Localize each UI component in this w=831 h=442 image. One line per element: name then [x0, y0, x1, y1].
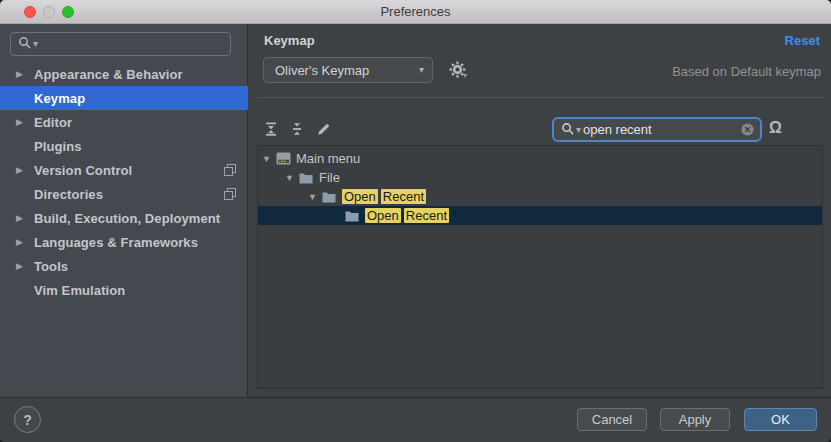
- apply-button[interactable]: Apply: [660, 408, 730, 431]
- traffic-lights: [24, 6, 74, 18]
- sidebar-item-editor[interactable]: ▶Editor: [0, 110, 248, 134]
- chevron-right-icon[interactable]: ▶: [16, 261, 34, 271]
- sidebar-item-tools[interactable]: ▶Tools: [0, 254, 248, 278]
- main-menu-icon: [276, 152, 292, 165]
- keymap-tree: ▼Main menu▼File▼OpenRecentOpenRecent: [257, 145, 823, 389]
- folder-icon: [322, 191, 338, 203]
- tree-row-open-recent[interactable]: OpenRecent: [258, 206, 822, 225]
- sidebar-item-label: Version Control: [34, 163, 224, 178]
- tree-row-main-menu[interactable]: ▼Main menu: [258, 149, 822, 168]
- search-icon: [18, 36, 31, 52]
- chevron-right-icon[interactable]: ▶: [16, 213, 34, 223]
- dialog-footer: ? Cancel Apply OK: [0, 397, 831, 442]
- window-title: Preferences: [380, 4, 450, 19]
- search-options-caret-icon[interactable]: ▾: [576, 125, 581, 135]
- collapse-all-button[interactable]: [288, 120, 306, 138]
- based-on-label: Based on Default keymap: [672, 64, 821, 79]
- reset-link[interactable]: Reset: [785, 33, 820, 48]
- gear-caret-icon: ▾: [463, 71, 467, 80]
- folder-icon: [299, 172, 315, 184]
- header-separator: [258, 97, 824, 98]
- sidebar-item-version-control[interactable]: ▶Version Control: [0, 158, 248, 182]
- sidebar-item-languages-frameworks[interactable]: ▶Languages & Frameworks: [0, 230, 248, 254]
- close-window-button[interactable]: [24, 6, 36, 18]
- sidebar-item-label: Languages & Frameworks: [34, 235, 248, 250]
- minimize-window-button[interactable]: [43, 6, 55, 18]
- keymap-settings-panel: Keymap Reset Oliver's Keymap ▾ ▾ Based o…: [249, 24, 831, 397]
- tree-row-label: File: [319, 170, 340, 185]
- expand-all-button[interactable]: [262, 120, 280, 138]
- expand-all-icon: [263, 121, 279, 137]
- sidebar-item-vim-emulation[interactable]: Vim Emulation: [0, 278, 248, 302]
- help-button[interactable]: ?: [14, 406, 41, 433]
- clear-search-icon[interactable]: [740, 122, 755, 137]
- sidebar-item-label: Editor: [34, 115, 248, 130]
- sidebar-item-build-execution-deployment[interactable]: ▶Build, Execution, Deployment: [0, 206, 248, 230]
- chevron-right-icon[interactable]: ▶: [16, 237, 34, 247]
- sidebar-item-keymap[interactable]: Keymap: [0, 86, 248, 110]
- sidebar-item-label: Tools: [34, 259, 248, 274]
- sidebar-item-label: Appearance & Behavior: [34, 67, 248, 82]
- pencil-icon: [316, 122, 331, 137]
- sidebar-item-label: Keymap: [34, 91, 248, 106]
- page-title: Keymap: [264, 33, 315, 48]
- sidebar-item-label: Vim Emulation: [34, 283, 248, 298]
- per-project-settings-icon: [224, 188, 236, 200]
- search-icon: [561, 122, 574, 138]
- search-match-highlight: Recent: [404, 208, 449, 223]
- chevron-down-icon: ▾: [419, 65, 424, 75]
- keymap-dropdown[interactable]: Oliver's Keymap ▾: [263, 57, 433, 83]
- sidebar-item-label: Build, Execution, Deployment: [34, 211, 248, 226]
- ok-button[interactable]: OK: [744, 408, 817, 431]
- keymap-search-input[interactable]: [583, 122, 738, 137]
- preferences-window: Preferences ▾ ▶Appearance & BehaviorKeym…: [0, 0, 831, 442]
- settings-sidebar: ▾ ▶Appearance & BehaviorKeymap▶EditorPlu…: [0, 24, 248, 397]
- sidebar-item-appearance-behavior[interactable]: ▶Appearance & Behavior: [0, 62, 248, 86]
- sidebar-search-field[interactable]: ▾: [10, 32, 231, 56]
- folder-icon: [345, 210, 361, 222]
- chevron-right-icon[interactable]: ▶: [16, 165, 34, 175]
- tree-row-open-recent[interactable]: ▼OpenRecent: [258, 187, 822, 206]
- sidebar-item-directories[interactable]: Directories: [0, 182, 248, 206]
- keymap-search-field[interactable]: ▾: [552, 117, 762, 142]
- edit-shortcut-button[interactable]: [314, 120, 332, 138]
- collapse-all-icon: [289, 121, 305, 137]
- keymap-dropdown-value: Oliver's Keymap: [275, 63, 419, 78]
- search-match-highlight: Open: [365, 208, 401, 223]
- titlebar[interactable]: Preferences: [0, 0, 831, 24]
- search-match-highlight: Recent: [381, 189, 426, 204]
- per-project-settings-icon: [224, 164, 236, 176]
- chevron-right-icon[interactable]: ▶: [16, 117, 34, 127]
- search-options-caret-icon[interactable]: ▾: [33, 39, 38, 49]
- sidebar-item-plugins[interactable]: Plugins: [0, 134, 248, 158]
- chevron-down-icon[interactable]: ▼: [285, 173, 299, 183]
- sidebar-item-label: Plugins: [34, 139, 248, 154]
- search-match-highlight: Open: [342, 189, 378, 204]
- chevron-right-icon[interactable]: ▶: [16, 69, 34, 79]
- tree-row-file[interactable]: ▼File: [258, 168, 822, 187]
- sidebar-search-input[interactable]: [40, 34, 230, 54]
- cancel-button[interactable]: Cancel: [577, 408, 647, 431]
- sidebar-item-label: Directories: [34, 187, 224, 202]
- zoom-window-button[interactable]: [62, 6, 74, 18]
- sidebar-item-list: ▶Appearance & BehaviorKeymap▶EditorPlugi…: [0, 62, 248, 302]
- keymap-actions-button[interactable]: ▾: [449, 61, 473, 81]
- find-actions-by-shortcut-icon[interactable]: Ω: [769, 119, 782, 137]
- chevron-down-icon[interactable]: ▼: [308, 192, 322, 202]
- tree-row-label: Main menu: [296, 151, 360, 166]
- chevron-down-icon[interactable]: ▼: [262, 154, 276, 164]
